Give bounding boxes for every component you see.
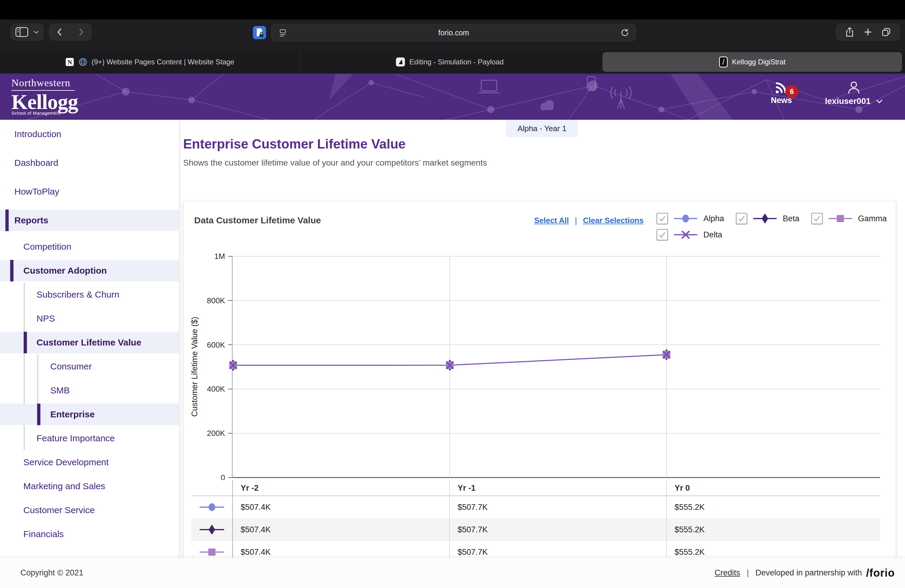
sidebar-item-label: Subscribers & Churn [0,289,119,300]
y-axis-title: Customer Lifetime Value ($) [190,317,199,417]
clv-value-cell: $555.2K [666,518,880,541]
footer-separator: | [747,568,749,577]
sidebar-item-howtoplay[interactable]: HowToPlay [0,177,179,206]
chart-legend: AlphaBetaGammaDelta [657,213,887,240]
y-tick-label: 600K [207,340,225,350]
forio-logo: /forio [866,567,895,579]
page-footer: Copyright © 2021 Credits | Developed in … [0,558,905,588]
sidebar-item-reports[interactable]: Reports [0,206,179,235]
clv-data-table: Yr -2Yr -1Yr 0$507.4K$507.7K$555.2K$507.… [191,480,880,558]
tab-label: Kellogg DigiStrat [732,58,786,66]
share-icon[interactable] [845,27,854,37]
tab-label: Editing - Simulation - Payload [410,58,504,66]
sidebar-item-label: SMB [0,385,70,396]
sidebar-item-competition[interactable]: Competition [0,235,179,259]
sidebar-item-label: Feature Importance [0,433,115,443]
legend-item-alpha[interactable]: Alpha [657,213,724,224]
gamma-marker-icon [198,547,225,558]
user-icon [816,81,891,95]
payload-icon [395,57,405,67]
table-row-series-icon-cell [191,518,232,541]
user-menu[interactable]: lexiuser001 [816,81,891,106]
sidebar-item-introduction[interactable]: Introduction [0,120,179,148]
tab-kellogg-digistrat[interactable]: / Kellogg DigiStrat [602,52,902,72]
reader-mode-icon[interactable] [279,29,287,37]
sidebar-item-service-development[interactable]: Service Development [0,450,179,474]
toolbar-right-group [835,23,900,41]
sidebar-item-customer-adoption[interactable]: Customer Adoption [0,259,179,283]
sidebar-item-label: HowToPlay [0,186,59,197]
legend-checkbox-gamma[interactable] [811,213,823,224]
sidebar-item-customer-service[interactable]: Customer Service [0,498,179,522]
legend-checkbox-beta[interactable] [736,213,747,224]
data-point-yr-1 [446,359,454,371]
sidebar-item-consumer[interactable]: Consumer [0,354,179,378]
password-extension-icon[interactable] [253,25,266,40]
svg-text:N: N [67,59,72,66]
sidebar-item-label: Consumer [0,361,92,372]
table-row-series-icon-cell [191,541,232,558]
table-column-header: Yr -2 [232,480,449,496]
globe-icon [78,57,87,67]
clear-selections-link[interactable]: Clear Selections [583,216,643,225]
sidebar-item-label: Customer Service [0,505,95,515]
clv-value-cell: $507.4K [232,496,449,518]
select-all-link[interactable]: Select All [534,216,569,225]
data-point-yr-0 [663,349,670,361]
news-button[interactable]: News 6 [765,82,798,105]
forward-button[interactable] [78,27,85,37]
table-header-icon-col [191,480,232,496]
sidebar-item-label: Financials [0,529,64,539]
table-column-header: Yr 0 [666,480,880,496]
sidebar-item-nps[interactable]: NPS [0,307,179,331]
kellogg-logo[interactable]: Northwestern Kellogg School of Managemen… [11,77,78,116]
sidebar-toggle-button[interactable] [11,23,44,41]
sidebar-item-subscribers-churn[interactable]: Subscribers & Churn [0,283,179,307]
tab-label: (9+) Website Pages Content | Website Sta… [92,58,234,66]
sidebar-nav: IntroductionDashboardHowToPlayReportsCom… [0,120,179,558]
sidebar-item-label: Reports [0,215,48,226]
clv-value-cell: $507.7K [449,496,666,518]
alpha-marker-icon [198,502,225,513]
sidebar-item-label: Service Development [0,457,109,467]
browser-toolbar: forio.com [0,19,905,50]
main-content: Alpha - Year 1 Enterprise Customer Lifet… [179,120,905,558]
news-badge: 6 [785,85,799,98]
sidebar-item-feature-importance[interactable]: Feature Importance [0,426,179,450]
tab-website-pages[interactable]: N (9+) Website Pages Content | Website S… [0,50,300,74]
table-column-header: Yr -1 [449,480,666,496]
svg-text:/: / [722,57,724,67]
clv-value-cell: $507.7K [449,518,666,541]
back-button[interactable] [56,27,63,37]
url-bar[interactable]: forio.com [271,24,636,41]
sidebar-item-smb[interactable]: SMB [0,378,179,402]
sidebar-item-label: Competition [0,242,71,252]
sidebar-toggle-icon [15,27,29,37]
y-tick-label: 0 [221,473,225,480]
username-label: lexiuser001 [825,96,870,106]
tab-payload-editing[interactable]: Editing - Simulation - Payload [300,50,599,74]
legend-item-gamma[interactable]: Gamma [811,213,887,224]
chevron-down-icon [876,99,883,104]
reload-icon[interactable] [621,29,629,37]
gamma-marker-icon [827,213,853,224]
page-title: Enterprise Customer Lifetime Value [183,137,405,151]
clv-value-cell: $507.4K [232,518,449,541]
sidebar-item-dashboard[interactable]: Dashboard [0,148,179,177]
beta-marker-icon [752,213,778,224]
tab-overview-icon[interactable] [882,27,891,37]
sidebar-item-customer-lifetime-value[interactable]: Customer Lifetime Value [0,331,179,354]
new-tab-icon[interactable] [864,28,872,36]
sidebar-item-financials[interactable]: Financials [0,522,179,546]
logo-northwestern: Northwestern [11,77,78,89]
sidebar-item-enterprise[interactable]: Enterprise [0,402,179,426]
credits-link[interactable]: Credits [714,568,740,577]
table-row-series-icon-cell [191,496,232,518]
data-point-yr-2 [229,359,237,371]
clv-value-cell: $555.2K [666,496,880,518]
legend-item-beta[interactable]: Beta [736,213,799,224]
legend-label: Gamma [858,214,887,223]
beta-marker-icon [198,524,225,535]
sidebar-item-marketing-and-sales[interactable]: Marketing and Sales [0,474,179,498]
legend-checkbox-alpha[interactable] [657,213,668,224]
